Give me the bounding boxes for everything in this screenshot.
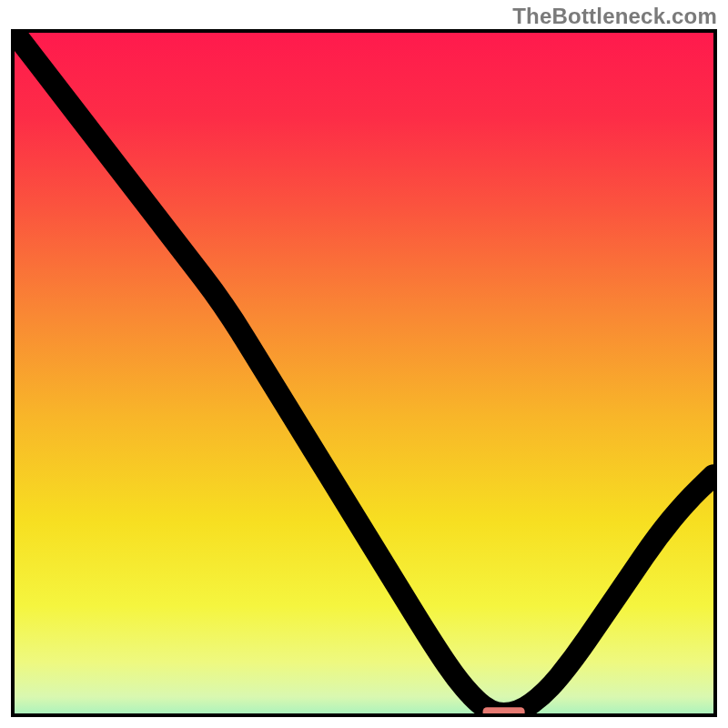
optimal-range-marker (483, 707, 525, 713)
plot-frame (11, 29, 717, 717)
bottleneck-curve (15, 33, 713, 713)
chart-container: TheBottleneck.com (0, 0, 728, 728)
curve-layer (15, 33, 713, 713)
watermark-text: TheBottleneck.com (512, 4, 717, 29)
